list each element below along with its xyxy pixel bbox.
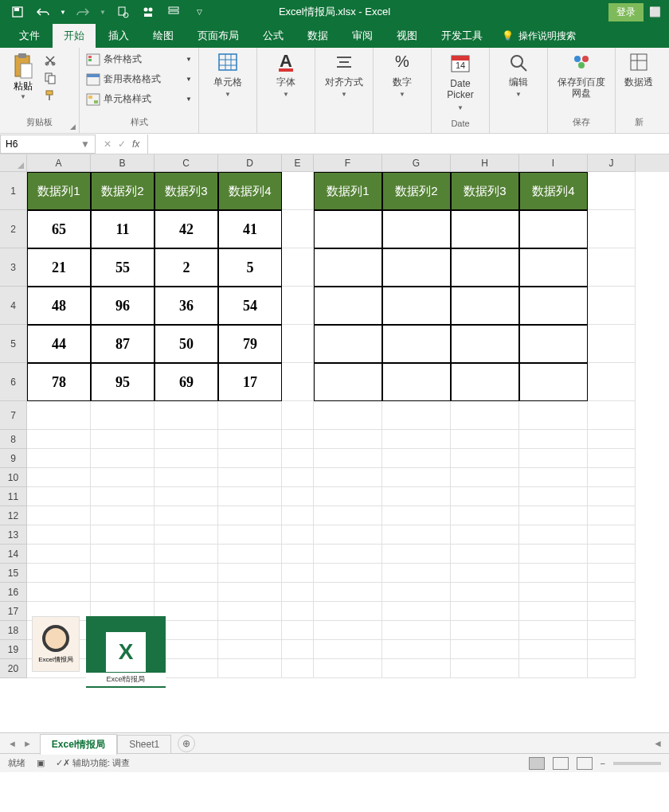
table-format-button[interactable]: 套用表格格式▼ bbox=[86, 71, 192, 88]
cell-J2[interactable] bbox=[588, 210, 636, 248]
customize-icon[interactable] bbox=[164, 2, 183, 21]
cell-C4[interactable]: 36 bbox=[155, 287, 218, 325]
cell-A2[interactable]: 65 bbox=[27, 210, 91, 248]
paste-dropdown-icon[interactable]: ▼ bbox=[20, 93, 26, 100]
cell-D19[interactable] bbox=[218, 640, 282, 659]
cell-E4[interactable] bbox=[282, 287, 314, 325]
name-box[interactable]: H6▼ bbox=[0, 135, 96, 154]
formula-input[interactable] bbox=[147, 135, 669, 154]
tab-view[interactable]: 视图 bbox=[385, 24, 428, 48]
cell-F5[interactable] bbox=[314, 325, 382, 363]
cell-J9[interactable] bbox=[588, 449, 636, 468]
tab-developer[interactable]: 开发工具 bbox=[430, 24, 494, 48]
zoom-slider[interactable] bbox=[613, 762, 661, 765]
col-header-H[interactable]: H bbox=[451, 154, 519, 172]
cell-D10[interactable] bbox=[218, 468, 282, 487]
row-header-19[interactable]: 19 bbox=[0, 640, 27, 659]
touch-mode-icon[interactable] bbox=[139, 2, 158, 21]
col-header-C[interactable]: C bbox=[155, 154, 218, 172]
cell-F1[interactable]: 数据列1 bbox=[314, 172, 382, 210]
row-header-16[interactable]: 16 bbox=[0, 583, 27, 602]
cell-G8[interactable] bbox=[382, 430, 451, 449]
cell-I1[interactable]: 数据列4 bbox=[519, 172, 588, 210]
cell-E1[interactable] bbox=[282, 172, 314, 210]
cell-H16[interactable] bbox=[451, 583, 519, 602]
cell-C8[interactable] bbox=[155, 430, 218, 449]
cell-E9[interactable] bbox=[282, 449, 314, 468]
cell-B7[interactable] bbox=[91, 401, 155, 430]
copy-icon[interactable] bbox=[43, 72, 57, 84]
tab-data[interactable]: 数据 bbox=[296, 24, 339, 48]
row-header-4[interactable]: 4 bbox=[0, 287, 27, 325]
tab-pagelayout[interactable]: 页面布局 bbox=[186, 24, 250, 48]
cell-F3[interactable] bbox=[314, 248, 382, 287]
cell-F6[interactable] bbox=[314, 363, 382, 401]
cell-A14[interactable] bbox=[27, 545, 91, 564]
tell-me-search[interactable]: 💡 操作说明搜索 bbox=[502, 29, 576, 43]
col-header-A[interactable]: A bbox=[27, 154, 91, 172]
cell-I4[interactable] bbox=[519, 287, 588, 325]
cell-A5[interactable]: 44 bbox=[27, 325, 91, 363]
cell-E5[interactable] bbox=[282, 325, 314, 363]
row-header-1[interactable]: 1 bbox=[0, 172, 27, 210]
cell-I13[interactable] bbox=[519, 525, 588, 545]
cell-B9[interactable] bbox=[91, 449, 155, 468]
paste-button[interactable]: 粘贴 ▼ bbox=[6, 51, 40, 102]
cell-A9[interactable] bbox=[27, 449, 91, 468]
row-header-20[interactable]: 20 bbox=[0, 659, 27, 678]
cell-D2[interactable]: 41 bbox=[218, 210, 282, 248]
cell-A11[interactable] bbox=[27, 487, 91, 506]
cut-icon[interactable] bbox=[43, 54, 57, 67]
cell-D7[interactable] bbox=[218, 401, 282, 430]
cell-C14[interactable] bbox=[155, 545, 218, 564]
cell-style-button[interactable]: 单元格样式▼ bbox=[86, 91, 192, 107]
cell-I9[interactable] bbox=[519, 449, 588, 468]
cell-D8[interactable] bbox=[218, 430, 282, 449]
cell-J8[interactable] bbox=[588, 430, 636, 449]
cell-G19[interactable] bbox=[382, 640, 451, 659]
tab-home[interactable]: 开始 bbox=[53, 24, 96, 48]
cell-F14[interactable] bbox=[314, 545, 382, 564]
cell-H10[interactable] bbox=[451, 468, 519, 487]
cell-C5[interactable]: 50 bbox=[155, 325, 218, 363]
cell-B13[interactable] bbox=[91, 525, 155, 545]
cell-E13[interactable] bbox=[282, 525, 314, 545]
cell-H6[interactable] bbox=[451, 363, 519, 401]
cell-J13[interactable] bbox=[588, 525, 636, 545]
cell-D1[interactable]: 数据列4 bbox=[218, 172, 282, 210]
row-header-13[interactable]: 13 bbox=[0, 525, 27, 545]
row-header-17[interactable]: 17 bbox=[0, 602, 27, 621]
cell-G12[interactable] bbox=[382, 506, 451, 525]
cell-F4[interactable] bbox=[314, 287, 382, 325]
tab-draw[interactable]: 绘图 bbox=[142, 24, 185, 48]
cell-F7[interactable] bbox=[314, 401, 382, 430]
cell-F18[interactable] bbox=[314, 621, 382, 640]
alignment-button[interactable]: 对齐方式▼ bbox=[322, 51, 366, 98]
ribbon-options-icon[interactable]: ⬜ bbox=[647, 2, 663, 21]
row-header-15[interactable]: 15 bbox=[0, 564, 27, 583]
cell-I14[interactable] bbox=[519, 545, 588, 564]
cell-H5[interactable] bbox=[451, 325, 519, 363]
row-header-10[interactable]: 10 bbox=[0, 468, 27, 487]
cell-A10[interactable] bbox=[27, 468, 91, 487]
conditional-format-button[interactable]: 条件格式▼ bbox=[86, 51, 192, 68]
cell-G13[interactable] bbox=[382, 525, 451, 545]
cell-A1[interactable]: 数据列1 bbox=[27, 172, 91, 210]
row-header-6[interactable]: 6 bbox=[0, 363, 27, 401]
date-picker-button[interactable]: 14 Date Picker▼ bbox=[438, 51, 483, 111]
cell-A12[interactable] bbox=[27, 506, 91, 525]
cell-J19[interactable] bbox=[588, 640, 636, 659]
cell-E2[interactable] bbox=[282, 210, 314, 248]
cell-I11[interactable] bbox=[519, 487, 588, 506]
status-accessibility[interactable]: ✓✗ 辅助功能: 调查 bbox=[56, 757, 130, 769]
cell-J18[interactable] bbox=[588, 621, 636, 640]
col-header-B[interactable]: B bbox=[91, 154, 155, 172]
tab-formulas[interactable]: 公式 bbox=[252, 24, 295, 48]
cell-J16[interactable] bbox=[588, 583, 636, 602]
cell-F9[interactable] bbox=[314, 449, 382, 468]
cell-D13[interactable] bbox=[218, 525, 282, 545]
cell-B3[interactable]: 55 bbox=[91, 248, 155, 287]
cell-D6[interactable]: 17 bbox=[218, 363, 282, 401]
cells-button[interactable]: 单元格▼ bbox=[205, 51, 250, 98]
cell-G7[interactable] bbox=[382, 401, 451, 430]
